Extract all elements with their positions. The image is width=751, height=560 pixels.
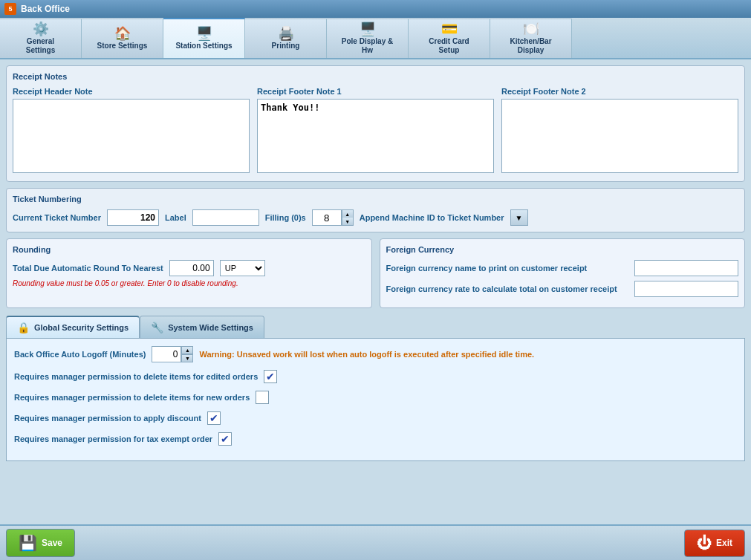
security-tab-bar: 🔒 Global Security Settings 🔧 System Wide…: [6, 316, 745, 338]
perm-discount-label: Requires manager permission to apply dis…: [14, 414, 201, 423]
exit-button[interactable]: ⏻ Exit: [684, 530, 745, 557]
tab-kitchen[interactable]: 🍽️ Kitchen/BarDisplay: [490, 18, 572, 58]
label-input[interactable]: [192, 209, 259, 226]
rounding-row: Total Due Automatic Round To Nearest UP …: [13, 260, 365, 276]
tab-pole[interactable]: 🖥️ Pole Display &Hw: [327, 18, 409, 58]
auto-logoff-spinner: ▲ ▼: [181, 346, 193, 362]
tab-general[interactable]: ⚙️ GeneralSettings: [0, 18, 82, 58]
auto-logoff-up[interactable]: ▲: [181, 346, 193, 354]
tab-system-wide-label: System Wide Settings: [168, 323, 253, 332]
footer-note1-input[interactable]: Thank You!!: [257, 99, 494, 173]
security-container: 🔒 Global Security Settings 🔧 System Wide…: [6, 316, 745, 461]
current-ticket-input[interactable]: [107, 209, 159, 226]
filling-label: Filling (0)s: [265, 213, 306, 222]
perm-delete-new-row: Requires manager permission to delete it…: [14, 391, 737, 404]
perm-delete-edited-row: Requires manager permission to delete it…: [14, 370, 737, 383]
foreign-currency-section: Foreign Currency Foreign currency name t…: [380, 238, 746, 308]
footer: 💾 Save ⏻ Exit: [0, 524, 751, 560]
currency-rate-input[interactable]: [634, 281, 738, 297]
append-label: Append Machine ID to Ticket Number: [360, 213, 504, 222]
tab-global-security-label: Global Security Settings: [34, 323, 129, 332]
label-label: Label: [165, 213, 186, 222]
tab-store[interactable]: 🏠 Store Settings: [82, 18, 163, 58]
station-icon: 🖥️: [196, 27, 212, 40]
currency-rate-label: Foreign currency rate to calculate total…: [386, 284, 617, 293]
currency-name-row: Foreign currency name to print on custom…: [386, 260, 739, 276]
currency-name-input[interactable]: [634, 260, 738, 276]
rounding-section: Rounding Total Due Automatic Round To Ne…: [6, 238, 372, 308]
perm-discount-checkbox[interactable]: ✔: [207, 411, 221, 425]
rounding-title: Rounding: [13, 245, 365, 254]
filling-up-btn[interactable]: ▲: [342, 210, 353, 218]
main-content: Receipt Notes Receipt Header Note Receip…: [0, 59, 751, 524]
perm-delete-new-checkbox[interactable]: [256, 391, 269, 404]
receipt-notes-title: Receipt Notes: [13, 72, 738, 81]
app-icon: 5: [4, 3, 16, 15]
rounding-input[interactable]: [169, 260, 214, 276]
perm-discount-row: Requires manager permission to apply dis…: [14, 411, 737, 425]
auto-logoff-down[interactable]: ▼: [181, 354, 193, 362]
receipt-notes-section: Receipt Notes Receipt Header Note Receip…: [6, 65, 745, 182]
perm-delete-edited-label: Requires manager permission to delete it…: [14, 372, 258, 381]
tab-store-label: Store Settings: [97, 42, 148, 51]
wrench-icon: 🔧: [151, 322, 163, 333]
tab-bar: ⚙️ GeneralSettings 🏠 Store Settings 🖥️ S…: [0, 18, 751, 59]
tab-pole-label: Pole Display &Hw: [342, 37, 393, 55]
title-bar: 5 Back Office: [0, 0, 751, 18]
pole-icon: 🖥️: [360, 22, 376, 36]
lock-icon: 🔒: [17, 322, 30, 333]
save-button[interactable]: 💾 Save: [6, 529, 75, 557]
ticket-numbering-title: Ticket Numbering: [13, 195, 738, 204]
receipt-notes-grid: Receipt Header Note Receipt Footer Note …: [13, 87, 738, 175]
tab-station[interactable]: 🖥️ Station Settings: [163, 18, 245, 58]
security-content: Back Office Auto Logoff (Minutes) ▲ ▼ Wa…: [6, 338, 745, 461]
current-ticket-label: Current Ticket Number: [13, 213, 101, 222]
rounding-currency-container: Rounding Total Due Automatic Round To Ne…: [6, 238, 745, 308]
append-dropdown[interactable]: ▼: [510, 209, 528, 226]
header-note-label: Receipt Header Note: [13, 87, 250, 96]
exit-icon: ⏻: [697, 535, 712, 552]
perm-taxexempt-row: Requires manager permission for tax exem…: [14, 432, 737, 446]
auto-logoff-label: Back Office Auto Logoff (Minutes): [14, 350, 146, 359]
tab-credit[interactable]: 💳 Credit CardSetup: [409, 18, 490, 58]
tab-printing-label: Printing: [272, 42, 300, 51]
auto-logoff-spinner-group: ▲ ▼: [152, 346, 193, 362]
app-title: Back Office: [21, 4, 70, 14]
footer-note2-input[interactable]: [501, 99, 738, 173]
header-note-group: Receipt Header Note: [13, 87, 250, 175]
tab-credit-label: Credit CardSetup: [429, 37, 469, 55]
header-note-input[interactable]: [13, 99, 250, 173]
rounding-warning: Rounding value must be 0.05 or greater. …: [13, 279, 365, 287]
credit-icon: 💳: [441, 22, 458, 36]
perm-taxexempt-label: Requires manager permission for tax exem…: [14, 434, 212, 443]
ticket-numbering-section: Ticket Numbering Current Ticket Number L…: [6, 188, 745, 232]
rounding-label: Total Due Automatic Round To Nearest: [13, 264, 163, 273]
kitchen-icon: 🍽️: [523, 22, 539, 36]
auto-logoff-input[interactable]: [152, 346, 181, 362]
footer-note1-label: Receipt Footer Note 1: [257, 87, 494, 96]
currency-rate-row: Foreign currency rate to calculate total…: [386, 281, 739, 297]
save-label: Save: [42, 538, 62, 548]
filling-down-btn[interactable]: ▼: [342, 218, 353, 225]
round-direction-select[interactable]: UP DOWN: [220, 260, 265, 276]
tab-system-wide[interactable]: 🔧 System Wide Settings: [140, 316, 264, 338]
perm-taxexempt-checkbox[interactable]: ✔: [218, 432, 232, 446]
filling-input[interactable]: [312, 209, 342, 226]
perm-delete-new-label: Requires manager permission to delete it…: [14, 393, 250, 402]
filling-spinner: ▲ ▼: [342, 209, 354, 226]
tab-global-security[interactable]: 🔒 Global Security Settings: [6, 316, 140, 338]
tab-printing[interactable]: 🖨️ Printing: [245, 18, 327, 58]
exit-label: Exit: [716, 538, 732, 548]
general-icon: ⚙️: [33, 22, 49, 36]
tab-general-label: GeneralSettings: [26, 37, 55, 55]
perm-delete-edited-checkbox[interactable]: ✔: [264, 370, 277, 383]
printing-icon: 🖨️: [278, 27, 294, 40]
footer-note2-group: Receipt Footer Note 2: [501, 87, 738, 175]
store-icon: 🏠: [114, 27, 131, 40]
tab-kitchen-label: Kitchen/BarDisplay: [510, 37, 551, 55]
save-icon: 💾: [19, 534, 37, 552]
footer-note2-label: Receipt Footer Note 2: [501, 87, 738, 96]
auto-logoff-warning: Warning: Unsaved work will lost when aut…: [199, 350, 534, 359]
scrollable-area[interactable]: Receipt Notes Receipt Header Note Receip…: [0, 59, 751, 524]
ticket-numbering-row: Current Ticket Number Label Filling (0)s…: [13, 209, 738, 226]
